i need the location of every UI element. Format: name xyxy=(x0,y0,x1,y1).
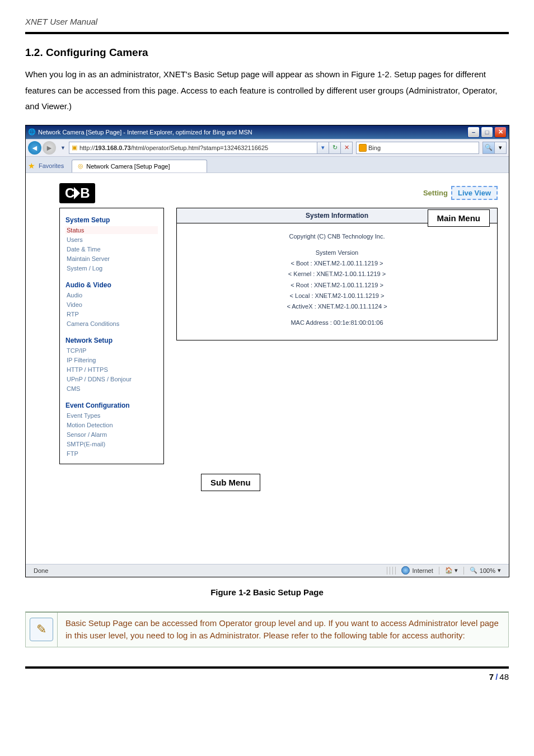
sidebar-item-sensor-alarm[interactable]: Sensor / Alarm xyxy=(65,431,158,438)
window-titlebar: 🌐 Network Camera [Setup Page] - Internet… xyxy=(26,125,509,139)
page-favicon: ▣ xyxy=(72,144,77,151)
page-banner: CB Setting Live View xyxy=(59,181,498,206)
zoom-control[interactable]: 🔍 100% ▾ xyxy=(465,567,505,574)
page-number: 7/48 xyxy=(25,672,509,682)
group-audio-video: Audio & Video xyxy=(65,281,158,289)
tab-strip: ★ Favorites ◎ Network Camera [Setup Page… xyxy=(26,157,509,173)
sidebar-item-system-log[interactable]: System / Log xyxy=(65,264,158,272)
screenshot-window: 🌐 Network Camera [Setup Page] - Internet… xyxy=(25,125,509,577)
status-zone-label: Internet xyxy=(412,567,433,574)
addr-dropdown-button[interactable]: ▾ xyxy=(317,142,329,154)
refresh-button[interactable]: ↻ xyxy=(329,142,341,154)
group-system-setup: System Setup xyxy=(65,216,158,224)
minimize-button[interactable]: – xyxy=(467,127,480,138)
note-box: ✎ Basic Setup Page can be accessed from … xyxy=(25,612,509,647)
bing-icon: Bing xyxy=(359,144,381,152)
sidebar-item-tcpip[interactable]: TCP/IP xyxy=(65,347,158,354)
bottom-rule xyxy=(25,666,509,669)
sidebar-item-audio[interactable]: Audio xyxy=(65,291,158,299)
system-info-body: Copyright (C) CNB Technology Inc. System… xyxy=(176,223,498,340)
top-rule xyxy=(25,32,509,34)
setting-link[interactable]: Setting xyxy=(423,189,448,197)
group-event-configuration: Event Configuration xyxy=(65,402,158,409)
status-bar: Done Internet 🏠 ▾ 🔍 100% ▾ xyxy=(26,564,509,577)
protected-mode-icon[interactable]: 🏠 ▾ xyxy=(441,567,462,574)
running-head: XNET User Manual xyxy=(25,17,509,26)
version-boot: < Boot : XNET.M2-1.00.11.1219 > xyxy=(177,258,497,269)
sidebar-item-ftp[interactable]: FTP xyxy=(65,450,158,458)
maximize-button[interactable]: □ xyxy=(481,127,493,138)
pencil-icon: ✎ xyxy=(30,618,53,641)
page-current: 7 xyxy=(489,672,494,682)
stop-button[interactable]: ✕ xyxy=(340,142,353,154)
version-activex: < ActiveX : XNET.M2-1.00.11.1124 > xyxy=(177,301,497,312)
version-kernel: < Kernel : XNET.M2-1.00.11.1219 > xyxy=(177,269,497,279)
section-title: 1.2. Configuring Camera xyxy=(25,46,509,59)
intro-paragraph: When you log in as an administrator, XNE… xyxy=(25,67,509,115)
liveview-link[interactable]: Live View xyxy=(451,186,498,200)
nav-back-button[interactable]: ◄ xyxy=(28,141,41,155)
group-network-setup: Network Setup xyxy=(65,337,158,344)
status-done: Done xyxy=(29,567,53,574)
url-field[interactable]: ▣ http://193.168.0.73/html/operator/Setu… xyxy=(69,142,317,154)
favorites-star-icon[interactable]: ★ xyxy=(28,161,35,170)
sidebar-item-video[interactable]: Video xyxy=(65,301,158,309)
brand-logo: CB xyxy=(59,183,95,203)
sidebar-item-maintain-server[interactable]: Maintain Server xyxy=(65,255,158,263)
url-scheme: http:// xyxy=(79,144,95,151)
version-root: < Root : XNET.M2-1.00.11.1219 > xyxy=(177,280,497,291)
zoom-dropdown[interactable]: ▾ xyxy=(498,567,501,574)
zoom-icon: 🔍 xyxy=(470,567,477,574)
sidebar-item-users[interactable]: Users xyxy=(65,236,158,244)
browser-tab[interactable]: ◎ Network Camera [Setup Page] xyxy=(72,160,207,172)
favorites-label[interactable]: Favorites xyxy=(39,162,64,169)
sidebar-item-http-https[interactable]: HTTP / HTTPS xyxy=(65,366,158,374)
content-area: System Information Copyright (C) CNB Tec… xyxy=(176,208,498,340)
callout-sub-menu: Sub Menu xyxy=(201,474,260,491)
close-button[interactable]: ✕ xyxy=(494,127,507,138)
search-engine-label: Bing xyxy=(368,144,381,151)
page-total: 48 xyxy=(499,672,509,682)
sidebar-item-rtp[interactable]: RTP xyxy=(65,310,158,318)
globe-icon xyxy=(401,566,410,575)
ie-icon: 🌐 xyxy=(28,128,36,136)
zoom-value: 100% xyxy=(480,567,495,574)
sidebar-item-status[interactable]: Status xyxy=(65,226,158,234)
sidebar-item-motion-detection[interactable]: Motion Detection xyxy=(65,421,158,429)
sidebar: System Setup Status Users Date & Time Ma… xyxy=(59,208,164,464)
window-title: Network Camera [Setup Page] - Internet E… xyxy=(38,129,466,136)
search-button[interactable]: 🔍 xyxy=(483,142,495,154)
tab-title: Network Camera [Setup Page] xyxy=(86,163,170,170)
url-path: /html/operator/Setup.html?stamp=13246321… xyxy=(131,144,269,151)
figure-caption: Figure 1-2 Basic Setup Page xyxy=(25,587,509,597)
sidebar-item-cms[interactable]: CMS xyxy=(65,385,158,393)
page-body: CB Setting Live View Main Menu Sub Menu … xyxy=(26,173,509,564)
status-zone: Internet xyxy=(397,566,437,575)
address-bar: ◄ ► ▼ ▣ http://193.168.0.73/html/operato… xyxy=(26,139,509,157)
note-icon-cell: ✎ xyxy=(26,613,58,647)
search-field[interactable]: Bing xyxy=(356,142,479,154)
sidebar-item-ip-filtering[interactable]: IP Filtering xyxy=(65,356,158,364)
url-host: 193.168.0.73 xyxy=(95,144,130,151)
callout-main-menu: Main Menu xyxy=(428,209,490,227)
note-text: Basic Setup Page can be accessed from Op… xyxy=(58,613,508,647)
sidebar-item-camera-conditions[interactable]: Camera Conditions xyxy=(65,320,158,328)
search-dropdown[interactable]: ▾ xyxy=(494,142,507,154)
nav-forward-button[interactable]: ► xyxy=(43,141,56,155)
sidebar-item-smtp[interactable]: SMTP(E-mail) xyxy=(65,440,158,448)
tab-favicon: ◎ xyxy=(78,162,83,170)
system-version-label: System Version xyxy=(177,248,497,258)
recent-dropdown[interactable]: ▼ xyxy=(60,145,65,151)
sidebar-item-date-time[interactable]: Date & Time xyxy=(65,245,158,253)
sidebar-item-upnp-ddns-bonjour[interactable]: UPnP / DDNS / Bonjour xyxy=(65,375,158,383)
mac-address: MAC Address : 00:1e:81:00:01:06 xyxy=(177,318,497,328)
sidebar-item-event-types[interactable]: Event Types xyxy=(65,412,158,419)
version-local: < Local : XNET.M2-1.00.11.1219 > xyxy=(177,291,497,301)
copyright-line: Copyright (C) CNB Technology Inc. xyxy=(177,231,497,242)
